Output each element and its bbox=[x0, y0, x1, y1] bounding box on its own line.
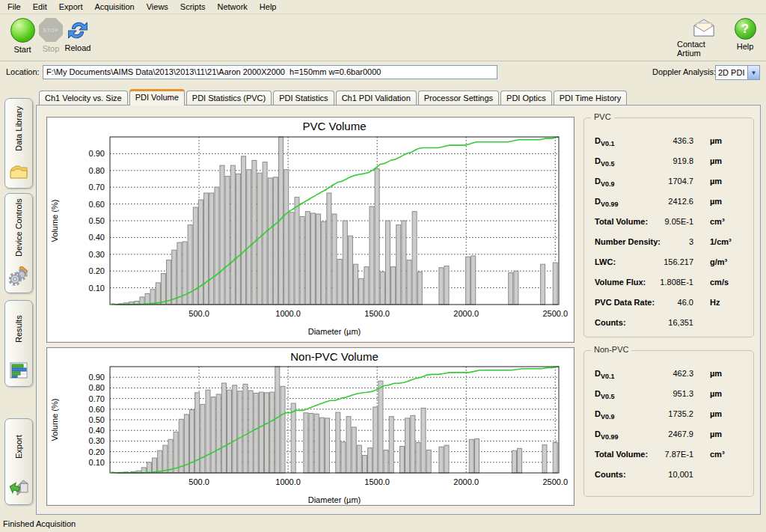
sidebar-item-device-controls[interactable]: Device Controls bbox=[4, 193, 33, 293]
tab-pdi-volume[interactable]: PDI Volume bbox=[129, 89, 185, 106]
sidebar-item-results[interactable]: Results bbox=[4, 300, 33, 387]
sidebar: Data Library Device Controls bbox=[0, 82, 36, 515]
histogram-bar bbox=[341, 442, 346, 473]
stat-unit: µm bbox=[710, 156, 722, 165]
histogram-bar bbox=[156, 283, 160, 305]
menu-item-acquisition[interactable]: Acquisition bbox=[89, 1, 141, 13]
chart-title: PVC Volume bbox=[302, 120, 366, 132]
stat-value: 462.3 bbox=[626, 369, 693, 378]
start-icon bbox=[10, 18, 35, 43]
histogram-bar bbox=[426, 450, 431, 474]
histogram-bar bbox=[469, 439, 474, 473]
tab-ch1-velocity-vs-size[interactable]: Ch1 Velocity vs. Size bbox=[39, 91, 128, 106]
stat-row: Total Volume:9.05E-1cm³ bbox=[595, 211, 746, 231]
non-pvc-stats-group: Non-PVC DV0.1462.3µmDV0.5951.3µmDV0.9173… bbox=[583, 350, 754, 497]
histogram-bar bbox=[370, 207, 374, 305]
stat-value: 7.87E-1 bbox=[626, 450, 693, 459]
histogram-bar bbox=[200, 404, 205, 473]
tab-pdi-time-history[interactable]: PDI Time History bbox=[554, 91, 628, 106]
histogram-bar bbox=[300, 216, 304, 305]
start-label: Start bbox=[13, 45, 31, 54]
group-title: PVC bbox=[591, 112, 614, 121]
tab-pdi-statistics[interactable]: PDI Statistics bbox=[273, 91, 334, 106]
x-tick-label: 2500.0 bbox=[542, 477, 568, 486]
help-button[interactable]: ? Help bbox=[730, 18, 760, 51]
histogram-bar bbox=[172, 250, 177, 305]
chevron-down-icon[interactable]: ▼ bbox=[747, 66, 759, 79]
stat-label: D bbox=[595, 369, 601, 378]
histogram-bar bbox=[375, 169, 379, 305]
stat-row: Counts:16,351 bbox=[595, 312, 746, 332]
histogram-bar bbox=[289, 213, 294, 305]
stat-label: D bbox=[595, 197, 601, 206]
histogram-bar bbox=[327, 193, 331, 305]
y-tick-label: 0.80 bbox=[89, 166, 105, 175]
histogram-bar bbox=[379, 381, 383, 473]
tab-pdi-statistics-pvc-[interactable]: PDI Statistics (PVC) bbox=[186, 91, 272, 106]
histogram-bar bbox=[514, 271, 518, 305]
contact-artium-button[interactable]: Contact Artium bbox=[677, 18, 731, 58]
pvc-stats-group: PVC DV0.1436.3µmDV0.5919.8µmDV0.91704.7µ… bbox=[583, 117, 754, 337]
histogram-bar bbox=[336, 412, 340, 473]
histogram-bar bbox=[380, 272, 384, 305]
sidebar-item-data-library[interactable]: Data Library bbox=[4, 98, 33, 189]
x-tick-label: 1500.0 bbox=[364, 477, 390, 486]
stat-label: D bbox=[595, 136, 601, 145]
x-tick-label: 2000.0 bbox=[453, 309, 479, 318]
histogram-bar bbox=[416, 443, 420, 474]
y-tick-label: 0.90 bbox=[89, 149, 105, 158]
stat-value: 1.808E-1 bbox=[626, 278, 693, 287]
menu-item-help[interactable]: Help bbox=[254, 1, 283, 13]
histogram-bar bbox=[161, 274, 165, 305]
histogram-bar bbox=[209, 193, 214, 305]
results-chart-icon bbox=[9, 361, 28, 381]
location-label: Location: bbox=[6, 67, 40, 76]
menu-item-views[interactable]: Views bbox=[141, 1, 174, 13]
histogram-bar bbox=[385, 221, 390, 305]
stat-label: D bbox=[595, 156, 601, 165]
reload-button[interactable]: Reload bbox=[61, 18, 94, 52]
tab-ch1-pdi-validation[interactable]: Ch1 PDI Validation bbox=[336, 91, 417, 106]
stat-unit: g/m³ bbox=[710, 257, 727, 266]
stat-row: DV0.992412.6µm bbox=[595, 191, 746, 211]
stat-label: D bbox=[595, 409, 601, 418]
stat-unit: cm/s bbox=[710, 278, 729, 287]
histogram-bar bbox=[140, 297, 144, 305]
y-tick-label: 0.30 bbox=[89, 436, 105, 445]
histogram-bar bbox=[220, 165, 224, 305]
menu-item-edit[interactable]: Edit bbox=[27, 1, 53, 13]
tab-processor-settings[interactable]: Processor Settings bbox=[418, 91, 499, 106]
doppler-analysis-label: Doppler Analysis: bbox=[652, 67, 716, 76]
histogram-bar bbox=[412, 212, 417, 305]
sidebar-item-export[interactable]: Export bbox=[4, 418, 33, 505]
stat-label-subscript: V0.99 bbox=[601, 433, 619, 441]
histogram-bar bbox=[163, 445, 168, 473]
histogram-bar bbox=[304, 413, 308, 473]
menu-item-network[interactable]: Network bbox=[211, 1, 253, 13]
menu-item-file[interactable]: File bbox=[1, 1, 27, 13]
y-tick-label: 0.10 bbox=[89, 284, 105, 293]
histogram-bar bbox=[553, 443, 557, 474]
contact-artium-label: Contact Artium bbox=[677, 40, 731, 58]
menu-item-scripts[interactable]: Scripts bbox=[174, 1, 212, 13]
histogram-bar bbox=[444, 445, 449, 473]
stop-label: Stop bbox=[43, 44, 60, 53]
histogram-bar bbox=[291, 403, 295, 473]
sidebar-item-label: Device Controls bbox=[14, 194, 23, 266]
stat-unit: µm bbox=[710, 197, 722, 206]
menu-item-export[interactable]: Export bbox=[53, 1, 89, 13]
histogram-bar bbox=[439, 447, 444, 473]
tab-strip: Ch1 Velocity vs. SizePDI VolumePDI Stati… bbox=[39, 89, 628, 106]
y-tick-label: 0.70 bbox=[89, 394, 105, 403]
doppler-analysis-select[interactable]: 2D PDI ▼ bbox=[715, 65, 760, 80]
histogram-bar bbox=[309, 414, 313, 474]
x-axis-label: Diameter (µm) bbox=[308, 495, 361, 504]
location-field[interactable]: F:\My Documents\AIMS Data\2013\2013\11\2… bbox=[43, 65, 497, 79]
tab-pdi-optics[interactable]: PDI Optics bbox=[500, 91, 552, 106]
histogram-bar bbox=[319, 418, 324, 473]
histogram-bar bbox=[230, 165, 235, 305]
histogram-bar bbox=[233, 385, 237, 473]
stat-row: DV0.5951.3µm bbox=[595, 383, 746, 403]
y-tick-label: 0.60 bbox=[89, 405, 105, 414]
histogram-bar bbox=[254, 394, 258, 474]
